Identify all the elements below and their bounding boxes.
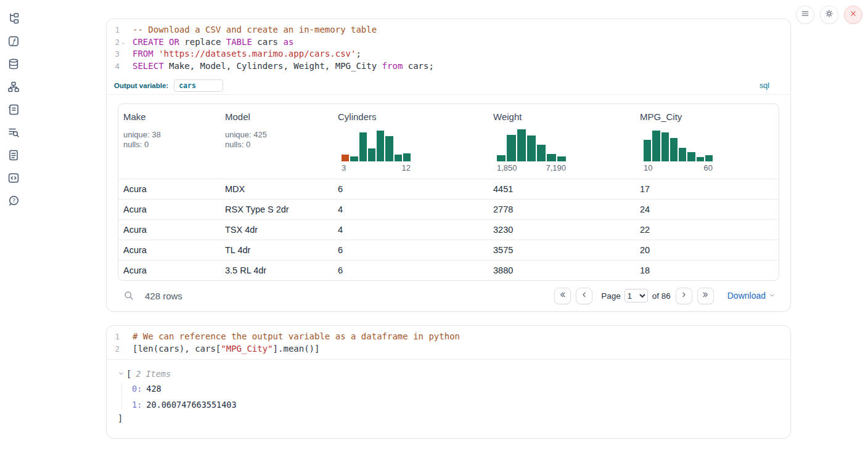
histogram-bar[interactable]	[537, 145, 546, 161]
search-lines-icon	[7, 126, 20, 141]
table-cell: 24	[635, 204, 779, 214]
fold-slot	[120, 48, 127, 60]
histogram-bar[interactable]	[705, 155, 713, 161]
shutdown-button[interactable]	[844, 6, 862, 24]
sidebar-item-file-tree[interactable]	[7, 13, 20, 26]
menu-button[interactable]	[796, 6, 814, 24]
output-variable-label: Output variable:	[114, 82, 168, 89]
histogram-bar[interactable]	[385, 136, 393, 161]
histogram-bar[interactable]	[557, 156, 566, 161]
column-header-model[interactable]: Modelunique: 425nulls: 0	[220, 104, 333, 179]
histogram-bar[interactable]	[342, 155, 349, 161]
org-chart-icon	[7, 81, 20, 95]
collapse-chevron-icon[interactable]	[118, 369, 126, 379]
table-cell: MDX	[220, 184, 333, 194]
code-line: 3FROM 'https://datasets.marimo.app/cars.…	[107, 48, 790, 60]
histogram-bar[interactable]	[497, 155, 506, 161]
sidebar-item-snippets[interactable]	[7, 172, 20, 186]
code-token: cars	[252, 37, 284, 47]
fold-slot	[120, 343, 127, 355]
table-cell: 4	[333, 225, 488, 235]
histogram-bar[interactable]	[697, 157, 704, 161]
histogram-bar[interactable]	[687, 152, 695, 161]
histogram-min-label: 1,850	[497, 163, 517, 172]
sidebar-item-dependency-graph[interactable]	[7, 81, 20, 95]
column-header-cylinders[interactable]: Cylinders312	[333, 104, 488, 179]
list-item-value: 20.060747663551403	[146, 400, 236, 410]
histogram-bar[interactable]	[661, 132, 669, 161]
line-gutter: 1	[107, 24, 127, 36]
prev-page-button[interactable]	[576, 288, 592, 304]
first-page-button[interactable]	[554, 288, 571, 304]
sidebar-item-documentation[interactable]	[7, 150, 20, 163]
sidebar-item-scratchpad[interactable]	[7, 104, 20, 118]
histogram-bar[interactable]	[652, 131, 660, 161]
histogram-min-label: 3	[342, 163, 346, 172]
open-bracket: [	[126, 369, 131, 379]
table-row: AcuraRSX Type S 2dr4277824	[118, 199, 779, 219]
sidebar-item-help[interactable]: ?	[7, 195, 20, 209]
histogram-bar[interactable]	[359, 132, 367, 161]
sidebar-item-datasources[interactable]	[7, 59, 20, 72]
next-page-button[interactable]	[676, 288, 692, 304]
table-cell: 4	[333, 204, 488, 214]
sql-language-badge: sql	[760, 81, 769, 90]
table-row: AcuraMDX6445117	[118, 179, 779, 199]
histogram-bar[interactable]	[377, 131, 384, 161]
histogram-bar[interactable]	[670, 138, 678, 161]
column-title: Weight	[493, 111, 630, 122]
svg-text:ƒ: ƒ	[11, 38, 17, 46]
table-footer: 428 rows Page 1 of 86	[107, 281, 790, 311]
fold-slot	[120, 331, 127, 343]
histogram-bar[interactable]	[517, 129, 526, 161]
histogram-axis-labels: 1060	[644, 163, 713, 172]
sql-meta-bar: Output variable: sql	[107, 77, 790, 95]
top-right-toolbar	[796, 6, 862, 24]
sidebar-item-logs[interactable]	[7, 127, 20, 140]
last-page-button[interactable]	[697, 288, 714, 304]
histogram-max-label: 60	[704, 163, 713, 172]
histogram-bar[interactable]	[679, 148, 686, 161]
column-header-weight[interactable]: Weight1,8507,190	[488, 104, 635, 179]
table-cell: 6	[333, 265, 488, 275]
code-line: 2[len(cars), cars["MPG_City"].mean()]	[107, 343, 790, 355]
histogram-bar[interactable]	[507, 135, 515, 161]
code-token: from	[382, 61, 403, 71]
histogram-bar[interactable]	[395, 155, 402, 161]
table-cell: Acura	[118, 184, 220, 194]
column-title: Make	[123, 111, 215, 122]
python-code-editor[interactable]: 1# We can reference the output variable …	[107, 326, 790, 359]
histogram-axis-labels: 312	[342, 163, 411, 172]
fold-chevron-icon[interactable]: ⌄	[120, 36, 127, 49]
histogram-bar[interactable]	[403, 153, 411, 161]
table-cell: Acura	[118, 265, 220, 275]
histogram-bar[interactable]	[350, 156, 358, 161]
output-variable-input[interactable]	[174, 79, 223, 92]
settings-button[interactable]	[820, 6, 838, 24]
histogram-bar[interactable]	[368, 148, 375, 161]
chevrons-right-icon	[702, 290, 710, 301]
row-count: 428 rows	[145, 291, 182, 301]
table-row: AcuraTL 4dr6357520	[118, 240, 779, 260]
page-select[interactable]: 1	[624, 289, 648, 302]
code-token: Make, Model, Cylinders, Weight, MPG_City	[164, 61, 382, 71]
histogram-bar[interactable]	[547, 154, 555, 161]
svg-text:?: ?	[12, 197, 15, 204]
table-cell: 3.5 RL 4dr	[220, 265, 333, 275]
table-cell: 6	[333, 245, 488, 255]
sidebar-item-functions[interactable]: ƒ	[7, 36, 20, 49]
download-button[interactable]: Download	[727, 291, 776, 301]
histogram-bar[interactable]	[644, 140, 651, 161]
page-label: Page	[601, 291, 621, 301]
table-row: Acura3.5 RL 4dr6388018	[118, 260, 779, 280]
column-header-make[interactable]: Makeunique: 38nulls: 0	[118, 104, 220, 179]
sql-code-editor[interactable]: 1-- Download a CSV and create an in-memo…	[107, 19, 790, 77]
help-circle-icon: ?	[7, 195, 20, 209]
column-title: Model	[225, 111, 328, 122]
code-token: # We can reference the output variable a…	[133, 331, 460, 341]
code-token: "MPG_City"	[221, 344, 272, 354]
code-token: OR	[169, 37, 179, 47]
column-header-mpg_city[interactable]: MPG_City1060	[635, 104, 779, 179]
search-icon[interactable]	[123, 290, 134, 301]
histogram-bar[interactable]	[527, 136, 536, 161]
